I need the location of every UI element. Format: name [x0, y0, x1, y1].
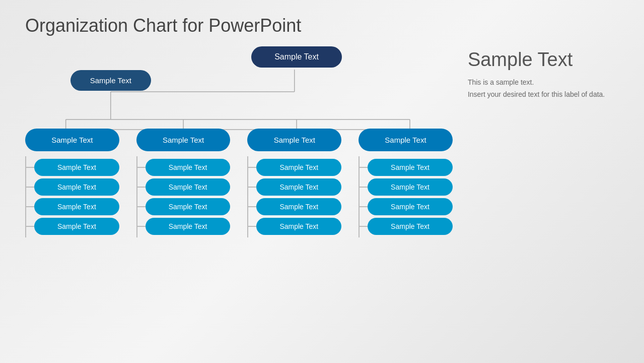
- col2-leaf-2: Sample Text: [146, 178, 231, 196]
- page-title: Organization Chart for PowerPoint: [25, 15, 619, 36]
- column-3-items: Sample Text Sample Text Sample Text: [247, 156, 341, 237]
- col1-leaf-3: Sample Text: [34, 198, 119, 215]
- column-1-items: Sample Text Sample Text Sample Text: [25, 156, 119, 237]
- level2-row: Sample Text: [25, 68, 453, 91]
- col4-leaf-2: Sample Text: [368, 178, 453, 196]
- col1-leaf-2: Sample Text: [34, 178, 119, 196]
- column-4-items: Sample Text Sample Text Sample Text: [359, 156, 453, 237]
- side-info-heading: Sample Text: [468, 49, 619, 71]
- column-2-header: Sample Text: [136, 129, 231, 151]
- col2-leaf-3: Sample Text: [146, 198, 231, 215]
- col2-leaf-1: Sample Text: [146, 159, 231, 176]
- column-3-header: Sample Text: [247, 129, 341, 151]
- column-2: Sample Text Sample Text Sample Text: [136, 129, 231, 237]
- col4-leaf-3: Sample Text: [368, 198, 453, 215]
- org-chart-container: Sample Text Sample Text: [25, 46, 453, 349]
- connector-area: [196, 72, 453, 87]
- page: Organization Chart for PowerPoint Sample…: [0, 0, 644, 363]
- col1-leaf-4: Sample Text: [34, 218, 119, 235]
- columns-row: Sample Text Sample Text Sample Text: [25, 129, 453, 237]
- column-1-header: Sample Text: [25, 129, 119, 151]
- column-3: Sample Text Sample Text Sample Text: [247, 129, 341, 237]
- root-row: Sample Text: [140, 46, 453, 68]
- side-info-text: This is a sample text. Insert your desir…: [468, 77, 619, 101]
- org-chart: Sample Text Sample Text: [25, 46, 453, 237]
- root-node: Sample Text: [251, 46, 342, 68]
- secondary-node-wrapper: Sample Text: [25, 68, 196, 91]
- col2-leaf-4: Sample Text: [146, 218, 231, 235]
- side-info: Sample Text This is a sample text. Inser…: [453, 46, 619, 349]
- col4-leaf-4: Sample Text: [368, 218, 453, 235]
- col1-leaf-1: Sample Text: [34, 159, 119, 176]
- col3-leaf-3: Sample Text: [256, 198, 341, 215]
- col3-leaf-2: Sample Text: [256, 178, 341, 196]
- column-2-items: Sample Text Sample Text Sample Text: [136, 156, 231, 237]
- col3-leaf-4: Sample Text: [256, 218, 341, 235]
- column-4: Sample Text Sample Text Sample Text: [359, 129, 453, 237]
- col4-leaf-1: Sample Text: [368, 159, 453, 176]
- column-1: Sample Text Sample Text Sample Text: [25, 129, 119, 237]
- column-4-header: Sample Text: [359, 129, 453, 151]
- secondary-node: Sample Text: [70, 70, 151, 91]
- col3-leaf-1: Sample Text: [256, 159, 341, 176]
